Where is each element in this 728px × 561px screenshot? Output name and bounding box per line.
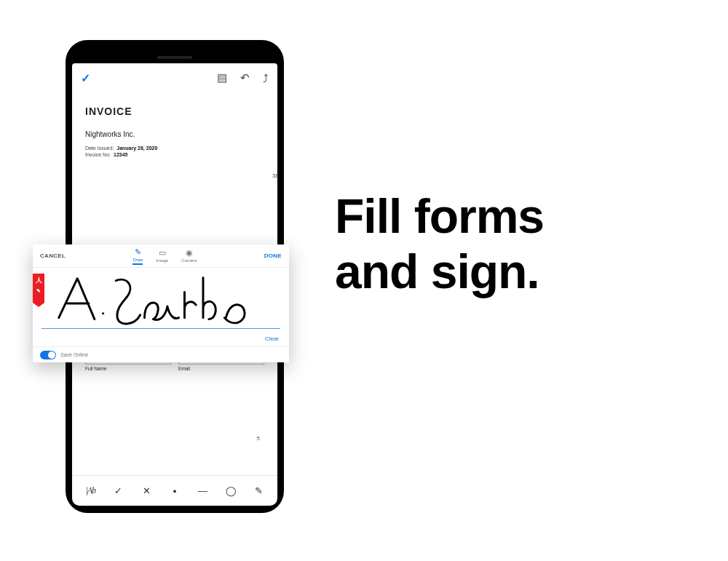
signature-panel-header: CANCEL ✎ Draw ▭ Image ◉ Camera DONE xyxy=(33,244,289,268)
options-icon[interactable]: ▤ xyxy=(217,71,227,84)
invoice-no-row: Invoice No: 12345 xyxy=(85,152,264,157)
save-online-toggle[interactable] xyxy=(40,351,56,359)
signature-panel: CANCEL ✎ Draw ▭ Image ◉ Camera DONE 人 ✎ xyxy=(33,244,289,362)
app-topbar: ✓ ▤ ↶ ⤴ xyxy=(72,63,277,92)
cancel-button[interactable]: CANCEL xyxy=(40,252,66,259)
tab-camera[interactable]: ◉ Camera xyxy=(181,247,197,264)
sign-tool-icon[interactable]: ✎ xyxy=(245,485,273,496)
done-button[interactable]: DONE xyxy=(264,252,282,259)
signature-tabs: ✎ Draw ▭ Image ◉ Camera xyxy=(66,247,264,265)
text-tool-icon[interactable]: |Ab xyxy=(76,485,105,496)
tool-bottombar: |Ab ✓ ✕ ● — ◯ ✎ xyxy=(72,475,277,506)
signature-baseline xyxy=(41,328,280,329)
check-tool-icon[interactable]: ✓ xyxy=(105,485,133,496)
page-indicator: 5 xyxy=(257,435,260,442)
tab-draw[interactable]: ✎ Draw xyxy=(132,247,143,265)
dash-tool-icon[interactable]: — xyxy=(189,485,217,496)
undo-icon[interactable]: ↶ xyxy=(240,71,250,84)
email-label: Email xyxy=(178,366,264,371)
phone-speaker xyxy=(157,56,192,59)
image-icon: ▭ xyxy=(159,249,166,257)
oval-tool-icon[interactable]: ◯ xyxy=(217,485,245,496)
camera-icon: ◉ xyxy=(186,249,193,257)
phone-bezel-top xyxy=(72,47,277,63)
marketing-headline: Fill forms and sign. xyxy=(335,189,544,300)
signature-panel-footer: Save Online xyxy=(33,346,289,362)
signature-drawing xyxy=(50,268,279,332)
clear-button[interactable]: Clear xyxy=(265,335,279,342)
confirm-icon[interactable]: ✓ xyxy=(81,71,90,85)
company-name: Nightworks Inc. xyxy=(85,130,264,138)
tab-image[interactable]: ▭ Image xyxy=(156,247,168,264)
dot-tool-icon[interactable]: ● xyxy=(161,488,189,495)
pencil-icon: ✎ xyxy=(135,248,141,256)
signature-canvas[interactable]: 人 ✎ Clear xyxy=(33,268,289,346)
cross-tool-icon[interactable]: ✕ xyxy=(132,485,161,496)
acrobat-tag-icon: 人 ✎ xyxy=(33,274,44,303)
marketing-line1: Fill forms xyxy=(335,189,544,244)
marketing-line2: and sign. xyxy=(335,244,544,300)
date-issued-row: Date Issued: January 28, 2020 xyxy=(85,146,264,151)
save-online-label: Save Online xyxy=(60,352,88,357)
doc-title: INVOICE xyxy=(85,106,264,117)
share-icon[interactable]: ⤴ xyxy=(263,72,269,84)
svg-point-0 xyxy=(102,312,104,314)
fullname-label: Full Name xyxy=(85,366,171,371)
edge-clipped-value: 36 xyxy=(272,172,277,179)
